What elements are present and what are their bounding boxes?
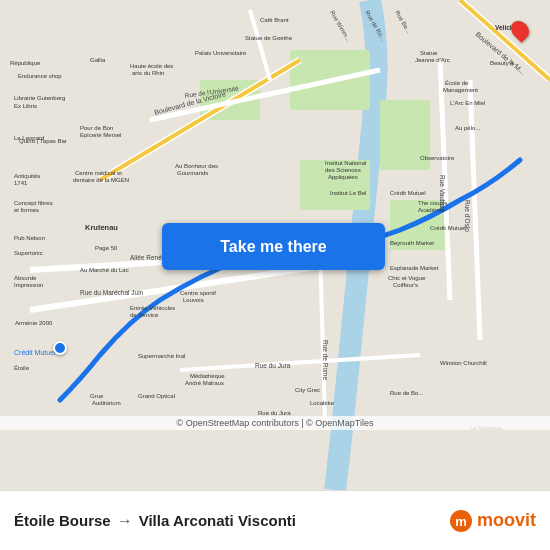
svg-text:Esplanade Market: Esplanade Market xyxy=(390,265,439,271)
svg-text:Café Brant: Café Brant xyxy=(260,17,289,23)
svg-text:Grue: Grue xyxy=(90,393,104,399)
svg-text:André Malraux: André Malraux xyxy=(185,380,224,386)
svg-text:Centre sportif: Centre sportif xyxy=(180,290,216,296)
svg-text:Rue de Rome: Rue de Rome xyxy=(322,340,329,380)
svg-text:Arménie 2000: Arménie 2000 xyxy=(15,320,53,326)
svg-text:Crédit Mutuel: Crédit Mutuel xyxy=(390,190,426,196)
svg-text:Locabike: Locabike xyxy=(310,400,335,406)
svg-text:Étoile: Étoile xyxy=(14,365,30,371)
moovit-icon: m xyxy=(449,509,473,533)
svg-text:Jeanne d'Arc: Jeanne d'Arc xyxy=(415,57,450,63)
svg-text:arts du Rhin: arts du Rhin xyxy=(132,70,164,76)
svg-text:Librairie Gutenberg: Librairie Gutenberg xyxy=(14,95,65,101)
svg-text:Beyrouth Market: Beyrouth Market xyxy=(390,240,434,246)
svg-text:Médiathèque: Médiathèque xyxy=(190,373,225,379)
map-container: Boulevard de la Victoire Rue de l'Univer… xyxy=(0,0,550,490)
svg-text:dentaire de la MGEN: dentaire de la MGEN xyxy=(73,177,129,183)
svg-text:Institut Le Bel: Institut Le Bel xyxy=(330,190,366,196)
svg-text:de Service: de Service xyxy=(130,312,159,318)
svg-text:Centre médical et: Centre médical et xyxy=(75,170,122,176)
svg-text:Au Bonheur des: Au Bonheur des xyxy=(175,163,218,169)
svg-text:Grand Optical: Grand Optical xyxy=(138,393,175,399)
svg-text:Coiffeur's: Coiffeur's xyxy=(393,282,418,288)
svg-text:Appliquées: Appliquées xyxy=(328,174,358,180)
svg-text:Crédit Mutuel: Crédit Mutuel xyxy=(430,225,466,231)
take-me-there-button[interactable]: Take me there xyxy=(162,223,385,270)
map-attribution: © OpenStreetMap contributors | © OpenMap… xyxy=(0,416,550,430)
svg-text:Haute école des: Haute école des xyxy=(130,63,173,69)
origin-label: Étoile Bourse xyxy=(14,512,111,529)
svg-text:Rue de Bo...: Rue de Bo... xyxy=(390,390,424,396)
svg-text:Au pélo...: Au pélo... xyxy=(455,125,481,131)
svg-text:des Sciences: des Sciences xyxy=(325,167,361,173)
destination-marker xyxy=(512,20,528,40)
svg-text:m: m xyxy=(455,514,467,529)
svg-text:Antiquités: Antiquités xyxy=(14,173,40,179)
svg-text:Beauty A...: Beauty A... xyxy=(490,60,519,66)
svg-text:Observatoire: Observatoire xyxy=(420,155,455,161)
svg-text:Académie: Académie xyxy=(418,207,445,213)
svg-text:Statue de Goethe: Statue de Goethe xyxy=(245,35,293,41)
svg-text:Gourmands: Gourmands xyxy=(177,170,208,176)
svg-text:Epicerie Mersel: Epicerie Mersel xyxy=(80,132,121,138)
svg-text:Pour de Bon: Pour de Bon xyxy=(80,125,113,131)
moovit-logo: m moovit xyxy=(449,509,536,533)
svg-text:Institut National: Institut National xyxy=(325,160,366,166)
svg-text:Impression: Impression xyxy=(14,282,43,288)
svg-text:Rue du Maréchal Juin: Rue du Maréchal Juin xyxy=(80,289,144,296)
svg-text:République: République xyxy=(10,60,41,66)
svg-text:Statue: Statue xyxy=(420,50,438,56)
svg-text:Chic et Vogue: Chic et Vogue xyxy=(388,275,426,281)
svg-text:Management: Management xyxy=(443,87,478,93)
svg-text:Absurde: Absurde xyxy=(14,275,37,281)
svg-text:Pub Nelson: Pub Nelson xyxy=(14,235,45,241)
svg-text:Ex Libris: Ex Libris xyxy=(14,103,37,109)
svg-text:Rue du Jura: Rue du Jura xyxy=(255,362,291,369)
svg-text:Palais Universitaire: Palais Universitaire xyxy=(195,50,247,56)
svg-text:Supertonic: Supertonic xyxy=(14,250,43,256)
svg-text:École de: École de xyxy=(445,80,469,86)
svg-text:Louvois: Louvois xyxy=(183,297,204,303)
moovit-text: moovit xyxy=(477,510,536,531)
svg-text:Gallia: Gallia xyxy=(90,57,106,63)
svg-text:Page 50: Page 50 xyxy=(95,245,118,251)
svg-text:Quino | Tapas Bar: Quino | Tapas Bar xyxy=(19,138,67,144)
svg-text:1741: 1741 xyxy=(14,180,28,186)
svg-text:Au Marché du Lac: Au Marché du Lac xyxy=(80,267,129,273)
destination-label: Villa Arconati Visconti xyxy=(139,512,296,529)
svg-text:et formes: et formes xyxy=(14,207,39,213)
svg-text:The couple: The couple xyxy=(418,200,448,206)
svg-text:Concept fibres: Concept fibres xyxy=(14,200,53,206)
arrow-icon: → xyxy=(117,512,133,530)
svg-text:City Grec: City Grec xyxy=(295,387,320,393)
svg-text:Winston Churchill: Winston Churchill xyxy=(440,360,487,366)
svg-text:Endurance shop: Endurance shop xyxy=(18,73,62,79)
origin-marker xyxy=(53,341,67,355)
svg-text:Krutenau: Krutenau xyxy=(85,223,118,232)
svg-text:Crédit Mutuel: Crédit Mutuel xyxy=(14,349,56,356)
footer: Étoile Bourse → Villa Arconati Visconti … xyxy=(0,490,550,550)
svg-text:Entrée Véhicules: Entrée Véhicules xyxy=(130,305,175,311)
svg-text:L'Arc En Miel: L'Arc En Miel xyxy=(450,100,485,106)
svg-text:Auditorium: Auditorium xyxy=(92,400,121,406)
svg-text:Supermarché Inal: Supermarché Inal xyxy=(138,353,185,359)
route-info: Étoile Bourse → Villa Arconati Visconti xyxy=(14,512,296,530)
